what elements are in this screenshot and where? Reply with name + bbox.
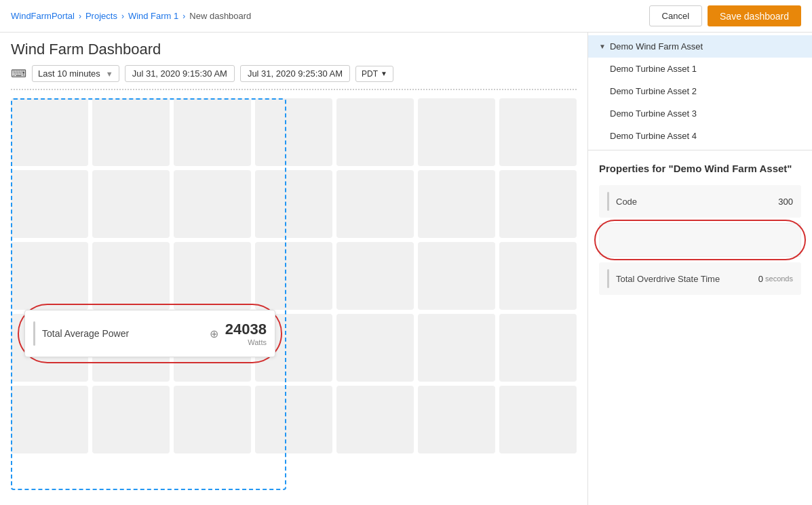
top-actions: Cancel Save dashboard (649, 5, 801, 26)
asset-tree: ▼ Demo Wind Farm Asset Demo Turbine Asse… (588, 33, 812, 150)
chevron-down-icon: ▼ (106, 70, 113, 78)
prop-value-overdrive: 0 (758, 274, 763, 284)
cancel-button[interactable]: Cancel (649, 5, 702, 26)
breadcrumb-projects[interactable]: Projects (85, 11, 117, 21)
asset-tree-parent-label: Demo Wind Farm Asset (610, 41, 703, 52)
grid-cell (11, 386, 88, 453)
property-highlight-oval (594, 220, 806, 260)
end-time-display: Jul 31, 2020 9:25:30 AM (240, 65, 350, 82)
grid-cell (499, 170, 577, 238)
expand-icon: ▼ (599, 43, 606, 50)
prop-label-overdrive: Total Overdrive State Time (616, 274, 758, 284)
grid-cell (92, 386, 170, 453)
breadcrumb-newdashboard: New dashboard (189, 11, 251, 21)
breadcrumb-sep-1: › (79, 12, 81, 21)
grid-cell (418, 98, 495, 166)
time-range-label: Last 10 minutes (38, 68, 100, 79)
grid-cell (336, 386, 414, 453)
total-average-power-widget[interactable]: Total Average Power ⊕ 24038 Watts (24, 310, 275, 357)
page-title: Wind Farm Dashboard (11, 41, 577, 58)
grid-cell (336, 170, 414, 238)
grid-cell (11, 242, 88, 310)
move-icon[interactable]: ⊕ (210, 327, 218, 340)
chevron-down-icon-tz: ▼ (381, 70, 387, 77)
breadcrumb-windfarmportal[interactable]: WindFarmPortal (11, 11, 75, 21)
breadcrumb-sep-3: › (182, 12, 185, 21)
breadcrumb-sep-2: › (121, 12, 124, 21)
timezone-label: PDT (362, 69, 378, 79)
grid-cell (174, 98, 251, 166)
widget-bar-indicator (33, 321, 35, 346)
widget-unit: Watts (225, 338, 267, 346)
asset-tree-child-3[interactable]: Demo Turbine Asset 3 (588, 102, 812, 125)
highlighted-property-area (599, 223, 801, 257)
grid-cell (418, 170, 495, 238)
asset-tree-child-label-4: Demo Turbine Asset 4 (610, 131, 697, 141)
prop-bar-overdrive (607, 269, 609, 288)
prop-label-code: Code (616, 197, 778, 207)
right-panel: ▼ Demo Wind Farm Asset Demo Turbine Asse… (588, 33, 812, 505)
left-panel: Wind Farm Dashboard ⌨ Last 10 minutes ▼ … (0, 33, 588, 505)
grid-cell (499, 314, 577, 382)
grid-cell (11, 98, 88, 166)
keyboard-icon: ⌨ (11, 67, 26, 80)
properties-title: Properties for "Demo Wind Farm Asset" (599, 161, 801, 176)
asset-tree-child-label-3: Demo Turbine Asset 3 (610, 108, 697, 119)
grid-cell (174, 386, 251, 453)
grid-cell (92, 98, 170, 166)
prop-unit-overdrive: seconds (765, 275, 793, 283)
widget-number: 24038 (225, 321, 267, 338)
asset-tree-child-label-1: Demo Turbine Asset 1 (610, 64, 697, 74)
dashboard-grid (11, 98, 577, 453)
dashboard-area: Total Average Power ⊕ 24038 Watts (11, 98, 577, 453)
grid-cell (336, 314, 414, 382)
save-dashboard-button[interactable]: Save dashboard (708, 5, 801, 26)
grid-cell (92, 170, 170, 238)
grid-cell (336, 242, 414, 310)
widget-value-display: 24038 Watts (225, 321, 267, 346)
breadcrumb-windfarm1[interactable]: Wind Farm 1 (128, 11, 178, 21)
grid-cell (255, 386, 332, 453)
timezone-selector[interactable]: PDT ▼ (355, 66, 393, 82)
grid-cell (255, 98, 332, 166)
grid-cell (336, 98, 414, 166)
grid-cell (418, 386, 495, 453)
property-row-overdrive: Total Overdrive State Time 0 seconds (599, 262, 801, 295)
asset-tree-child-2[interactable]: Demo Turbine Asset 2 (588, 80, 812, 102)
grid-cell (174, 170, 251, 238)
grid-cell (174, 242, 251, 310)
grid-cell (418, 314, 495, 382)
breadcrumb: WindFarmPortal › Projects › Wind Farm 1 … (11, 11, 251, 21)
time-range-selector[interactable]: Last 10 minutes ▼ (32, 65, 119, 82)
grid-cell (499, 242, 577, 310)
asset-tree-child-1[interactable]: Demo Turbine Asset 1 (588, 58, 812, 80)
time-bar: ⌨ Last 10 minutes ▼ Jul 31, 2020 9:15:30… (11, 65, 577, 90)
prop-bar-code (607, 192, 609, 211)
main-layout: Wind Farm Dashboard ⌨ Last 10 minutes ▼ … (0, 33, 812, 505)
grid-cell (255, 242, 332, 310)
grid-cell (11, 170, 88, 238)
asset-tree-parent[interactable]: ▼ Demo Wind Farm Asset (588, 35, 812, 58)
prop-value-code: 300 (778, 197, 793, 207)
asset-tree-child-4[interactable]: Demo Turbine Asset 4 (588, 125, 812, 147)
grid-cell (418, 242, 495, 310)
grid-cell (499, 386, 577, 453)
top-bar: WindFarmPortal › Projects › Wind Farm 1 … (0, 0, 812, 33)
widget-label: Total Average Power (42, 328, 203, 339)
start-time-display: Jul 31, 2020 9:15:30 AM (125, 65, 235, 82)
property-row-code: Code 300 (599, 185, 801, 218)
asset-tree-child-label-2: Demo Turbine Asset 2 (610, 86, 697, 96)
grid-cell (92, 242, 170, 310)
grid-cell (499, 98, 577, 166)
properties-panel: Properties for "Demo Wind Farm Asset" Co… (588, 150, 812, 505)
grid-cell (255, 170, 332, 238)
